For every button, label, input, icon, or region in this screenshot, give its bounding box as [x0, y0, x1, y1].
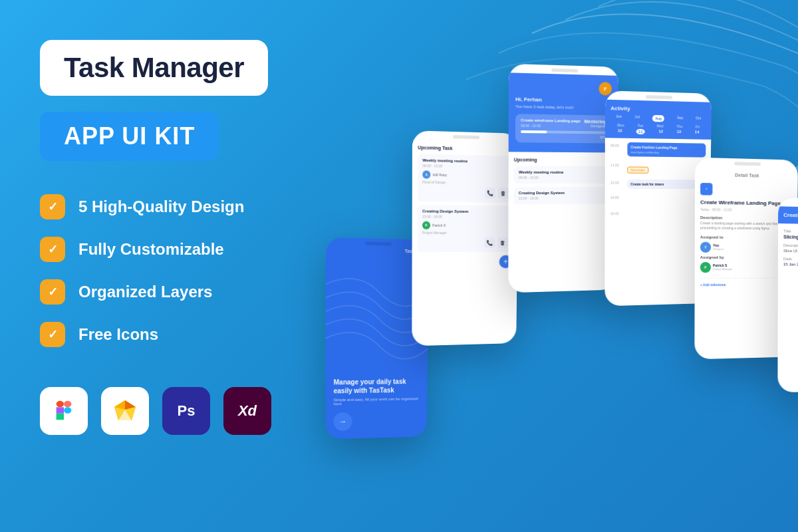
- phone-create-task: Create a new task Title Slicing UI Desig…: [777, 198, 798, 392]
- title-box: Task Manager: [40, 40, 268, 96]
- timeline-row-4: 14:00 +: [610, 194, 706, 205]
- dash-task-1: Weekly meeting routine 09:00 - 10:00: [514, 166, 612, 184]
- subtitle: APP UI KIT: [64, 122, 195, 150]
- check-icon-3: ✓: [40, 279, 65, 305]
- assigner-avatar: P: [700, 262, 711, 273]
- task2-delete-icon[interactable]: 🗑: [497, 237, 508, 248]
- check-icon-4: ✓: [40, 322, 65, 347]
- back-button[interactable]: ‹: [700, 182, 712, 195]
- timeline-row-1: 09:00 Create Fashion Landing Page www.fi…: [610, 142, 706, 158]
- day-num-11-active[interactable]: 11: [636, 129, 645, 134]
- photoshop-icon: Ps: [162, 387, 210, 435]
- dashboard-body: Upcoming Weekly meeting routine 09:00 - …: [509, 152, 618, 213]
- onboard-title: Manage your daily task easily with TasTa…: [334, 377, 420, 395]
- xd-label: Xd: [238, 402, 257, 420]
- onboard-arrow-button[interactable]: →: [333, 412, 352, 431]
- phone-detail: Detail Task ‹ Create Wireframe Landing P…: [694, 158, 798, 360]
- xd-icon: Xd: [223, 387, 271, 435]
- assigned-to-label: Assigned to: [700, 235, 792, 239]
- detail-task-title: Create Wireframe Landing Page: [700, 199, 792, 206]
- timeline-row-5: 16:00: [610, 210, 705, 215]
- task1-role: Head of Design: [422, 180, 508, 186]
- avatar-row-header: F: [515, 80, 612, 96]
- task-item-1: Weekly meeting routine 09:00 - 10:00 A A…: [418, 154, 513, 203]
- event-1-link: www.figma.com/landing: [630, 150, 702, 154]
- task-card-info: Create wireframe Landing page 09:00 - 12…: [521, 118, 581, 129]
- event-1-title: Create Fashion Landing Page: [630, 145, 702, 150]
- ps-label: Ps: [178, 402, 196, 420]
- task1-phone-icon[interactable]: 📞: [485, 188, 495, 198]
- feature-item: ✓ Fully Customizable: [40, 237, 319, 262]
- timeline-row-3: 12:00 Create task for intern: [610, 180, 706, 190]
- event-card-1: Create Fashion Landing Page www.figma.co…: [627, 142, 706, 158]
- sketch-icon: [101, 387, 149, 435]
- left-panel: Task Manager APP UI KIT ✓ 5 High-Quality…: [40, 40, 319, 435]
- days-numbers-row: 10 11 12 13 14: [610, 128, 706, 136]
- timeline-area: 09:00 Create Fashion Landing Page www.fi…: [605, 138, 712, 225]
- detail-description: Create a landing page starting with a sk…: [700, 221, 792, 231]
- user-avatar: F: [598, 82, 612, 96]
- event-card-2: Create task for intern: [627, 180, 706, 189]
- check-icon-1: ✓: [40, 194, 65, 219]
- create-desc-value: Slice UI Design to M... CSS Framework: [783, 249, 798, 254]
- months-row: Jun Jul Aug Sep Oct: [610, 114, 706, 123]
- phones-mockup-area: TasTask Manage your daily task easily wi…: [313, 27, 798, 532]
- phone-notch-4: [646, 95, 672, 99]
- phone-tasks-body: Upcoming Task Weekly meeting routine 09:…: [412, 140, 519, 275]
- onboard-content: Manage your daily task easily with TasTa…: [325, 369, 427, 439]
- task-item-2: Creating Design System 13:00 - 16:00 P P…: [418, 205, 513, 252]
- date-field-label: Date: [783, 257, 798, 261]
- assigner-role: Project Manager: [713, 267, 732, 271]
- day-num-13: 13: [677, 130, 682, 135]
- desc-field-label: Description: [783, 243, 798, 249]
- progress-percent: 30%: [521, 134, 606, 139]
- progress-bar-bg: [521, 130, 606, 134]
- phone-tasks: Upcoming Task Weekly meeting routine 09:…: [412, 130, 519, 346]
- reminder-area: Reminder: [627, 162, 706, 174]
- day-col-mon: Mon: [617, 123, 624, 127]
- create-title-value: Slicing UI Design: [783, 235, 798, 241]
- timeline-row-2: 11:00 Reminder: [610, 162, 706, 174]
- add-event-button[interactable]: +: [695, 194, 706, 205]
- add-task-button[interactable]: +: [499, 255, 513, 269]
- svg-rect-1: [64, 401, 71, 407]
- header-task-card: Create wireframe Landing page 09:00 - 12…: [515, 114, 612, 143]
- app-name: TasTask: [405, 249, 423, 254]
- day-col-thu: Thu: [676, 124, 682, 128]
- time-1100: 11:00: [610, 163, 624, 167]
- assigner-info: Patrick S Project Manager: [713, 263, 732, 271]
- description-label: Description: [700, 215, 792, 221]
- assignee-row: Y You Designer: [700, 241, 792, 252]
- month-aug-active[interactable]: Aug: [652, 115, 664, 122]
- check-icon-2: ✓: [40, 237, 65, 262]
- svg-rect-2: [57, 407, 64, 413]
- feature-item: ✓ 5 High-Quality Design: [40, 194, 319, 219]
- assigned-by-label: Assigned by: [700, 255, 792, 259]
- task-card-right: Mentoring Designer: [584, 119, 606, 128]
- add-milestone[interactable]: + Add milestone: [700, 282, 791, 287]
- phone-dashboard: F Hi, Ferhan You have 3 task today, let'…: [508, 64, 618, 293]
- phone-notch-2: [453, 135, 479, 139]
- days-header-row: Mon Tue Wed Thu Fri: [610, 123, 706, 129]
- dashboard-header: F Hi, Ferhan You have 3 task today, let'…: [509, 72, 618, 152]
- assignee-role-detail: Designer: [713, 247, 724, 251]
- day-num-10: 10: [618, 128, 622, 134]
- task2-phone-icon[interactable]: 📞: [484, 237, 495, 248]
- task1-delete-icon[interactable]: 🗑: [498, 188, 509, 198]
- detail-body: Detail Task ‹ Create Wireframe Landing P…: [695, 166, 798, 292]
- upcoming-task-title: Upcoming Task: [418, 145, 513, 152]
- title-field-label: Title: [783, 229, 798, 234]
- assignee-avatar-detail: Y: [700, 241, 711, 252]
- phone-notch-1: [364, 241, 391, 245]
- assigner-name: Patrick S: [713, 263, 732, 267]
- task-card-row: Create wireframe Landing page 09:00 - 12…: [521, 118, 606, 129]
- assignee-info: You Designer: [713, 243, 724, 251]
- mentoring-label: Mentoring: [584, 119, 606, 124]
- detail-section-label: Detail Task: [700, 172, 793, 178]
- create-task-body: Title Slicing UI Design Description Slic…: [778, 223, 798, 272]
- dash-task-2: Creating Design System 13:00 - 16:00: [514, 187, 612, 205]
- time-1200: 12:00: [610, 181, 624, 185]
- phone-calendar: Activity Jun Jul Aug Sep Oct Mon Tue Wed…: [604, 90, 712, 306]
- phone-notch-3: [551, 68, 578, 72]
- assignee-name-1: Adil Ruby: [432, 173, 447, 177]
